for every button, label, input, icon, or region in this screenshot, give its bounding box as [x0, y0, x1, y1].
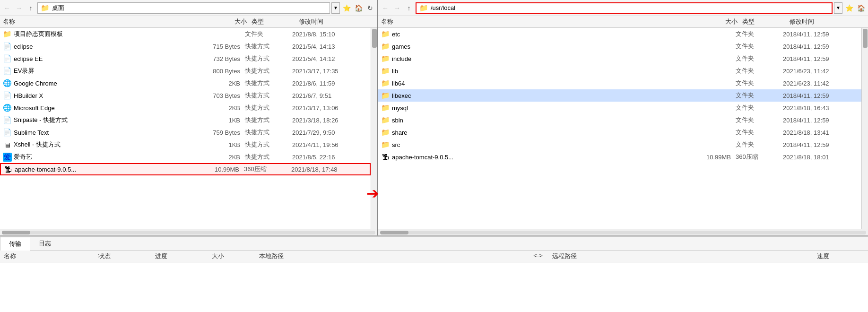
right-col-mtime-header[interactable]: 修改时间 — [790, 17, 865, 26]
file-mtime: 2021/6/23, 11:42 — [783, 80, 859, 87]
main-container: ← → ↑ 📁 桌面 ▼ ⭐ 🏠 ↻ 名称 大小 类型 修改时间 — [0, 0, 868, 312]
file-mtime: 2018/4/11, 12:59 — [783, 141, 859, 148]
file-type: 快捷方式 — [245, 67, 292, 75]
file-name: mysql — [392, 104, 684, 112]
right-path-text: /usr/local — [431, 4, 455, 11]
bookmark-button-right[interactable]: ⭐ — [844, 3, 854, 13]
file-size: 800 Bytes — [193, 68, 245, 75]
tab-transfer[interactable]: 传输 — [0, 237, 30, 251]
left-col-size-header[interactable]: 大小 — [200, 17, 252, 26]
file-name: src — [392, 141, 684, 148]
right-vscroll[interactable] — [861, 28, 868, 229]
file-type: 360压缩 — [244, 165, 291, 173]
list-item[interactable]: 📁 lib 文件夹 2021/6/23, 11:42 — [378, 65, 861, 77]
file-mtime: 2021/8/6, 11:59 — [292, 80, 368, 87]
list-item[interactable]: 📄 EV录屏 800 Bytes 快捷方式 2021/3/17, 17:35 — [0, 65, 371, 77]
file-name: Sublime Text — [14, 129, 193, 136]
file-type: 快捷方式 — [245, 116, 292, 124]
list-item[interactable]: 📄 eclipse 715 Bytes 快捷方式 2021/5/4, 14:13 — [0, 40, 371, 52]
right-col-type-header[interactable]: 类型 — [742, 17, 790, 26]
right-hscroll-track — [380, 231, 866, 234]
file-size: 10.99MB — [684, 154, 736, 161]
right-col-name-header[interactable]: 名称 — [381, 17, 690, 26]
up-button-left[interactable]: ↑ — [26, 3, 36, 13]
home-button-right[interactable]: 🏠 — [856, 3, 866, 13]
list-item[interactable]: 📁 share 文件夹 2021/8/18, 13:41 — [378, 126, 861, 139]
transfer-col-local: 本地路径 — [259, 252, 524, 260]
file-icon: 📁 — [381, 67, 390, 75]
list-item[interactable]: 🗜 apache-tomcat-9.0.5... 10.99MB 360压缩 2… — [0, 163, 371, 175]
list-item[interactable]: 🖥 Xshell - 快捷方式 1KB 快捷方式 2021/4/11, 19:5… — [0, 139, 371, 151]
list-item[interactable]: 📄 eclipse EE 732 Bytes 快捷方式 2021/5/4, 14… — [0, 52, 371, 65]
list-item[interactable]: 📁 mysql 文件夹 2021/8/18, 16:43 — [378, 102, 861, 114]
file-size: 1KB — [193, 141, 245, 148]
transfer-col-progress: 进度 — [155, 252, 212, 260]
back-button-right[interactable]: ← — [380, 3, 391, 13]
left-path-box[interactable]: 📁 桌面 — [37, 2, 330, 14]
list-item[interactable]: 📁 src 文件夹 2018/4/11, 12:59 — [378, 139, 861, 151]
right-path-folder-icon: 📁 — [419, 4, 428, 12]
file-type: 快捷方式 — [245, 54, 292, 63]
home-button-left[interactable]: 🏠 — [353, 3, 364, 13]
left-hscroll[interactable] — [0, 229, 377, 235]
list-item[interactable]: 📁 etc 文件夹 2018/4/11, 12:59 — [378, 28, 861, 40]
panels-row: ← → ↑ 📁 桌面 ▼ ⭐ 🏠 ↻ 名称 大小 类型 修改时间 — [0, 0, 868, 236]
right-panel: ← → ↑ 📁 /usr/local ▼ ⭐ 🏠 名称 大小 类型 修改时间 — [378, 0, 868, 235]
bookmark-button-left[interactable]: ⭐ — [341, 3, 352, 13]
left-panel: ← → ↑ 📁 桌面 ▼ ⭐ 🏠 ↻ 名称 大小 类型 修改时间 — [0, 0, 378, 235]
transfer-col-remote: 远程路径 — [552, 252, 817, 260]
refresh-button-left[interactable]: ↻ — [365, 3, 375, 13]
left-col-type-header[interactable]: 类型 — [252, 17, 299, 26]
list-item[interactable]: 🌐 Google Chrome 2KB 快捷方式 2021/8/6, 11:59 — [0, 77, 371, 89]
left-col-name-header[interactable]: 名称 — [3, 17, 200, 26]
left-col-mtime-header[interactable]: 修改时间 — [299, 17, 374, 26]
transfer-col-arrow: <-> — [524, 252, 552, 260]
file-icon: 📁 — [381, 116, 390, 124]
back-button-left[interactable]: ← — [2, 3, 12, 13]
file-name: Microsoft Edge — [14, 104, 193, 112]
file-icon: 爱 — [3, 153, 11, 161]
list-item[interactable]: 📁 sbin 文件夹 2018/4/11, 12:59 — [378, 114, 861, 126]
list-item[interactable]: 🗜 apache-tomcat-9.0.5... 10.99MB 360压缩 2… — [378, 151, 861, 163]
file-mtime: 2021/4/11, 19:56 — [292, 141, 368, 148]
file-type: 快捷方式 — [245, 104, 292, 112]
right-path-box[interactable]: 📁 /usr/local — [416, 2, 833, 14]
list-item[interactable]: 📄 Snipaste - 快捷方式 1KB 快捷方式 2021/3/18, 18… — [0, 114, 371, 126]
file-icon: 🖥 — [3, 140, 11, 149]
file-name: Google Chrome — [14, 80, 193, 87]
transfer-tabs: 传输 日志 — [0, 237, 868, 251]
file-name: include — [392, 55, 684, 62]
left-hscroll-track — [2, 231, 375, 234]
forward-button-right[interactable]: → — [392, 3, 402, 13]
list-item[interactable]: 📄 Sublime Text 759 Bytes 快捷方式 2021/7/29,… — [0, 126, 371, 139]
file-name: apache-tomcat-9.0.5... — [392, 154, 684, 161]
list-item[interactable]: 📁 games 文件夹 2018/4/11, 12:59 — [378, 40, 861, 52]
file-icon: 📁 — [381, 128, 390, 137]
right-path-dropdown[interactable]: ▼ — [834, 2, 842, 14]
forward-button-left[interactable]: → — [14, 3, 24, 13]
list-item[interactable]: 📁 libexec 文件夹 2018/4/11, 12:59 — [378, 89, 861, 102]
left-vscroll[interactable] — [371, 28, 377, 229]
file-name: 爱奇艺 — [14, 153, 193, 161]
right-col-size-header[interactable]: 大小 — [690, 17, 742, 26]
left-file-list[interactable]: 📁 项目静态页面模板 文件夹 2021/8/8, 15:10 📄 eclipse… — [0, 28, 371, 229]
list-item[interactable]: 📁 lib64 文件夹 2021/6/23, 11:42 — [378, 77, 861, 89]
file-icon: 🌐 — [3, 104, 11, 112]
file-type: 文件夹 — [736, 67, 783, 75]
list-item[interactable]: 📁 include 文件夹 2018/4/11, 12:59 — [378, 52, 861, 65]
right-hscroll[interactable] — [378, 229, 868, 235]
file-icon: 🗜 — [381, 153, 390, 161]
file-icon: 📁 — [381, 104, 390, 112]
list-item[interactable]: 🌐 Microsoft Edge 2KB 快捷方式 2021/3/17, 13:… — [0, 102, 371, 114]
up-button-right[interactable]: ↑ — [404, 3, 414, 13]
list-item[interactable]: 📁 项目静态页面模板 文件夹 2021/8/8, 15:10 — [0, 28, 371, 40]
list-item[interactable]: 爱 爱奇艺 2KB 快捷方式 2021/8/5, 22:16 — [0, 151, 371, 163]
file-mtime: 2021/8/18, 16:43 — [783, 104, 859, 112]
file-size: 2KB — [193, 154, 245, 161]
file-type: 文件夹 — [736, 104, 783, 112]
right-file-list[interactable]: 📁 etc 文件夹 2018/4/11, 12:59 📁 games 文件夹 2… — [378, 28, 861, 229]
tab-log[interactable]: 日志 — [30, 237, 60, 250]
left-path-dropdown[interactable]: ▼ — [331, 2, 340, 14]
list-item[interactable]: 📄 HBuilder X 703 Bytes 快捷方式 2021/6/7, 9:… — [0, 89, 371, 102]
file-icon: 📁 — [3, 30, 11, 38]
